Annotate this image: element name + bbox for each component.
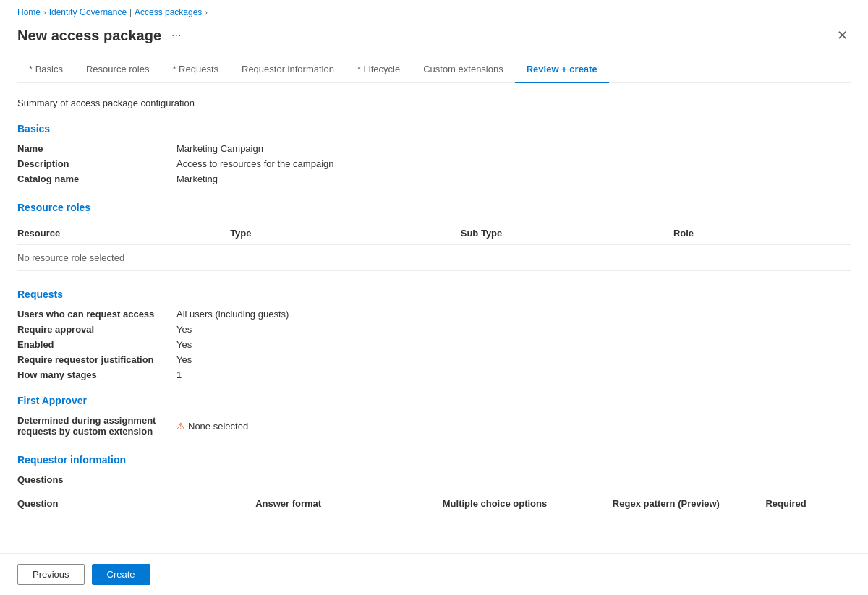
questions-header-row: Question Answer format Multiple choice o… <box>17 492 851 515</box>
first-approver-row: Determined during assignment requests by… <box>17 415 851 437</box>
resource-roles-section: Resource roles Resource Type Sub Type Ro… <box>17 202 851 271</box>
first-approver-label: Determined during assignment requests by… <box>17 415 176 437</box>
basics-name-label: Name <box>17 143 176 154</box>
requestor-information-title: Requestor information <box>17 454 851 466</box>
content-area: Summary of access package configuration … <box>17 98 851 595</box>
tab-requests[interactable]: * Requests <box>161 56 230 83</box>
basics-catalog-label: Catalog name <box>17 174 176 184</box>
tab-review-create[interactable]: Review + create <box>515 56 609 83</box>
basics-section-title: Basics <box>17 123 851 134</box>
basics-section: Basics Name Marketing Campaign Descripti… <box>17 123 851 184</box>
answer-format-col-header: Answer format <box>255 492 443 515</box>
breadcrumb-sep-3: › <box>205 8 208 17</box>
requestor-information-section: Requestor information Questions Question… <box>17 454 851 515</box>
requests-approval-value: Yes <box>176 324 192 335</box>
tab-requestor-information[interactable]: Requestor information <box>230 56 346 83</box>
page-header: New access package ··· ✕ <box>17 22 851 56</box>
resource-col-header: Resource <box>17 222 230 245</box>
breadcrumb-sep-1: › <box>43 8 46 17</box>
first-approver-value: ⚠ None selected <box>176 415 248 437</box>
breadcrumb: Home › Identity Governance | Access pack… <box>17 0 851 22</box>
subtype-col-header: Sub Type <box>461 222 673 245</box>
page-title-row: New access package ··· <box>17 27 185 44</box>
no-resource-message: No resource role selected <box>17 245 851 271</box>
breadcrumb-identity-governance[interactable]: Identity Governance <box>49 7 127 17</box>
tab-custom-extensions[interactable]: Custom extensions <box>412 56 515 83</box>
tab-resource-roles[interactable]: Resource roles <box>75 56 161 83</box>
footer: Previous Create <box>0 553 868 595</box>
requests-stages-row: How many stages 1 <box>17 369 851 380</box>
questions-label: Questions <box>17 474 851 485</box>
no-resource-row: No resource role selected <box>17 245 851 271</box>
question-col-header: Question <box>17 492 255 515</box>
tabs-container: * Basics Resource roles * Requests Reque… <box>17 56 851 83</box>
basics-description-value: Access to resources for the campaign <box>176 158 334 169</box>
summary-text: Summary of access package configuration <box>17 98 851 108</box>
breadcrumb-home[interactable]: Home <box>17 7 41 17</box>
requests-enabled-row: Enabled Yes <box>17 339 851 350</box>
first-approver-title: First Approver <box>17 395 851 406</box>
questions-table: Question Answer format Multiple choice o… <box>17 492 851 515</box>
previous-button[interactable]: Previous <box>17 564 85 585</box>
requests-stages-label: How many stages <box>17 369 176 380</box>
requests-justification-row: Require requestor justification Yes <box>17 354 851 365</box>
requests-section-title: Requests <box>17 288 851 300</box>
requests-enabled-label: Enabled <box>17 339 176 350</box>
requests-justification-label: Require requestor justification <box>17 354 176 365</box>
create-button[interactable]: Create <box>92 564 150 585</box>
basics-name-value: Marketing Campaign <box>176 143 263 154</box>
close-button[interactable]: ✕ <box>834 26 851 45</box>
resource-roles-section-title: Resource roles <box>17 202 851 213</box>
required-col-header: Required <box>765 492 851 515</box>
warning-icon: ⚠ <box>176 421 185 432</box>
tab-lifecycle[interactable]: * Lifecycle <box>346 56 412 83</box>
requests-stages-value: 1 <box>176 369 182 380</box>
resource-roles-table-container: Resource Type Sub Type Role No resource … <box>17 222 851 271</box>
ellipsis-button[interactable]: ··· <box>167 27 185 43</box>
tab-basics[interactable]: * Basics <box>17 56 75 83</box>
basics-description-label: Description <box>17 158 176 169</box>
requests-section: Requests Users who can request access Al… <box>17 288 851 380</box>
requests-approval-label: Require approval <box>17 324 176 335</box>
first-approver-section: First Approver Determined during assignm… <box>17 395 851 437</box>
page-title: New access package <box>17 27 161 44</box>
requests-enabled-value: Yes <box>176 339 192 350</box>
multiple-choice-col-header: Multiple choice options <box>443 492 613 515</box>
requests-users-value: All users (including guests) <box>176 309 289 320</box>
resource-table-header-row: Resource Type Sub Type Role <box>17 222 851 245</box>
basics-name-row: Name Marketing Campaign <box>17 143 851 154</box>
requests-users-row: Users who can request access All users (… <box>17 309 851 320</box>
role-col-header: Role <box>673 222 851 245</box>
requests-approval-row: Require approval Yes <box>17 324 851 335</box>
requests-justification-value: Yes <box>176 354 192 365</box>
breadcrumb-sep-2: | <box>129 8 132 17</box>
none-selected-text: None selected <box>188 421 248 432</box>
basics-catalog-row: Catalog name Marketing <box>17 174 851 184</box>
basics-catalog-value: Marketing <box>176 174 218 184</box>
regex-col-header: Regex pattern (Preview) <box>613 492 766 515</box>
resource-roles-table: Resource Type Sub Type Role No resource … <box>17 222 851 271</box>
type-col-header: Type <box>230 222 461 245</box>
basics-description-row: Description Access to resources for the … <box>17 158 851 169</box>
breadcrumb-access-packages[interactable]: Access packages <box>135 7 202 17</box>
requests-users-label: Users who can request access <box>17 309 176 320</box>
